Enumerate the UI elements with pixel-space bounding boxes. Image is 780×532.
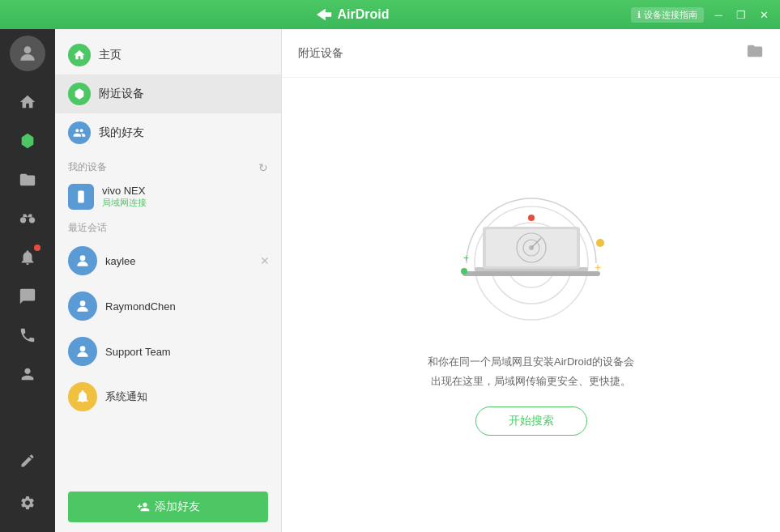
my-devices-section-header: 我的设备 ↻ [55,155,281,177]
sidebar-home-icon[interactable] [10,84,45,120]
left-panel: 主页 附近设备 我的好友 我的设备 ↻ [55,29,282,532]
raymond-avatar [68,292,97,321]
nav-item-nearby[interactable]: 附近设备 [55,74,281,113]
main-content: 附近设备 [282,29,780,532]
my-devices-label: 我的设备 [68,160,107,174]
guide-button[interactable]: ℹ 设备连接指南 [631,7,704,23]
device-name: vivo NEX [102,185,147,197]
title-bar: AirDroid ℹ 设备连接指南 ─ ❐ ✕ [0,0,780,29]
laptop-svg: + + [418,174,645,336]
guide-label: 设备连接指南 [644,9,697,21]
add-person-icon [137,500,150,513]
svg-point-8 [80,346,86,351]
sidebar-contacts-icon[interactable] [10,356,45,392]
info-icon: ℹ [637,10,641,20]
svg-marker-0 [316,9,330,21]
svg-point-22 [461,268,467,275]
svg-text:+: + [595,261,601,274]
nav-item-friends[interactable]: 我的好友 [55,113,281,152]
friends-nav-label: 我的好友 [99,126,144,140]
support-name: Support Team [105,346,171,358]
device-status: 局域网连接 [102,197,147,209]
maximize-button[interactable]: ❐ [733,6,749,23]
nav-menu: 主页 附近设备 我的好友 [55,29,281,155]
friends-nav-icon [68,121,91,144]
sidebar-bottom [10,443,45,532]
sidebar-bell-icon[interactable] [10,240,45,275]
svg-text:+: + [463,253,469,264]
svg-point-6 [80,255,86,261]
svg-point-7 [80,300,86,306]
device-info: vivo NEX 局域网连接 [102,185,147,209]
airdroid-logo-icon [315,6,333,23]
recent-chats-section-header: 最近会话 [55,216,281,238]
avatar-icon [17,43,38,64]
sidebar-nearby-icon[interactable] [10,123,45,159]
content-desc-line2: 出现在这里，局域网传输更安全、更快捷。 [431,375,631,387]
title-bar-controls: ℹ 设备连接指南 ─ ❐ ✕ [631,6,772,23]
minimize-button[interactable]: ─ [710,6,727,23]
conv-item-system[interactable]: 系统通知 [55,374,281,419]
folder-icon[interactable] [746,42,764,64]
add-friend-button[interactable]: 添加好友 [68,492,268,522]
page-title: 附近设备 [298,46,343,61]
recent-chats-label: 最近会话 [68,222,107,233]
svg-point-20 [528,215,535,221]
icon-sidebar [0,29,55,532]
sidebar-edit-icon[interactable] [10,443,45,479]
add-friend-label: 添加好友 [155,500,200,514]
device-phone-icon [68,184,94,210]
sidebar-chat-icon[interactable] [10,279,45,314]
home-nav-label: 主页 [99,48,121,62]
refresh-icon[interactable]: ↻ [258,161,268,174]
title-bar-center: AirDroid [315,6,390,23]
conv-item-support[interactable]: Support Team [55,329,281,374]
device-item-vivo[interactable]: vivo NEX 局域网连接 [55,177,281,216]
home-nav-icon [68,44,91,66]
content-description: 和你在同一个局域网且安装AirDroid的设备会 出现在这里，局域网传输更安全、… [428,352,634,390]
conv-item-kaylee[interactable]: kaylee ✕ [55,238,281,283]
raymond-name: RaymondChen [105,300,176,313]
laptop-illustration: + + [418,174,645,336]
main-container: 主页 附近设备 我的好友 我的设备 ↻ [0,29,780,532]
content-header: 附近设备 [282,29,780,78]
nav-item-home[interactable]: 主页 [55,36,281,74]
start-search-button[interactable]: 开始搜索 [475,406,587,436]
svg-point-1 [24,46,32,53]
sidebar-files-icon[interactable] [10,162,45,198]
svg-point-5 [80,200,82,202]
system-avatar [68,382,97,411]
user-avatar[interactable] [10,36,45,71]
content-desc-line1: 和你在同一个局域网且安装AirDroid的设备会 [428,355,634,368]
kaylee-avatar [68,246,97,275]
content-body: + + 和你在同一个局域网且安装AirDroid的设备会 出现在这里，局域网传输… [282,78,780,532]
system-name: 系统通知 [105,389,147,404]
sidebar-phone-icon[interactable] [10,317,45,353]
svg-point-3 [29,217,35,223]
svg-rect-13 [462,271,600,276]
notification-badge [34,245,40,251]
close-button[interactable]: ✕ [756,6,772,23]
nearby-nav-label: 附近设备 [99,87,144,101]
sidebar-settings-icon[interactable] [10,485,45,521]
svg-point-2 [20,217,26,223]
support-avatar [68,337,97,366]
app-title: AirDroid [338,7,390,22]
kaylee-close-btn[interactable]: ✕ [260,254,270,267]
sidebar-binoculars-icon[interactable] [10,201,45,236]
svg-point-21 [596,239,604,247]
kaylee-name: kaylee [105,255,136,267]
conv-item-raymond[interactable]: RaymondChen [55,283,281,329]
nearby-nav-icon [68,83,91,105]
